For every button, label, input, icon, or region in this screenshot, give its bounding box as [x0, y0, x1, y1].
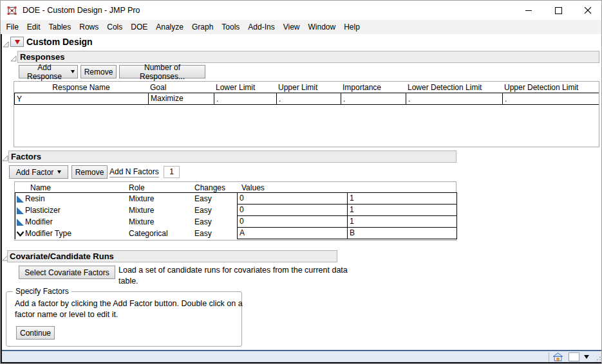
factor-name-cell[interactable]: Modifier	[25, 217, 53, 226]
remove-response-label: Remove	[84, 68, 113, 77]
col-header-upper-limit: Upper Limit	[278, 82, 317, 93]
maximize-button[interactable]	[543, 1, 573, 20]
responses-disclosure-icon[interactable]	[10, 53, 17, 59]
covariate-section-header[interactable]: Covariate/Candidate Runs	[7, 250, 337, 262]
status-separator	[549, 352, 549, 362]
covariate-description: Load a set of candidate runs for covaria…	[118, 265, 348, 286]
custom-design-disclosure-icon[interactable]	[3, 39, 9, 45]
menu-item-help[interactable]: Help	[340, 20, 364, 34]
factor-low-value-cell[interactable]: 0	[237, 204, 348, 216]
continuous-factor-icon	[16, 206, 24, 217]
upper-detection-limit-cell[interactable]: .	[505, 95, 507, 104]
col-header-lower-detection-limit: Lower Detection Limit	[408, 82, 482, 93]
add-n-factors-input[interactable]: 1	[164, 166, 180, 178]
menu-bar: File Edit Tables Rows Cols DOE Analyze G…	[1, 20, 602, 34]
close-button[interactable]	[573, 1, 602, 20]
goal-cell[interactable]: Maximize	[148, 93, 214, 105]
menu-item-file[interactable]: File	[2, 20, 23, 34]
menu-item-doe[interactable]: DOE	[127, 20, 152, 34]
factors-disclosure-icon[interactable]	[2, 152, 8, 159]
number-of-responses-button[interactable]: Number of Responses...	[119, 65, 205, 78]
continue-button[interactable]: Continue	[16, 326, 55, 340]
continue-label: Continue	[20, 329, 51, 338]
factor-low-value-cell[interactable]: A	[237, 227, 348, 239]
menu-item-tools[interactable]: Tools	[218, 20, 244, 34]
responses-section-header[interactable]: Responses	[17, 51, 599, 63]
col-header-values: Values	[241, 183, 265, 193]
remove-response-button[interactable]: Remove	[80, 65, 117, 78]
row-bottom-border	[14, 104, 599, 105]
factor-changes-cell[interactable]: Easy	[194, 194, 212, 203]
factor-high-value-cell[interactable]: 1	[347, 204, 457, 216]
factor-role-cell[interactable]: Mixture	[129, 194, 154, 203]
row-left-border	[14, 93, 15, 105]
specify-factors-instruction-line1: Add a factor by clicking the Add Factor …	[15, 298, 243, 310]
title-bar: DOE - Custom Design - JMP Pro	[1, 1, 602, 20]
add-response-button[interactable]: Add Response	[19, 65, 78, 78]
cell-divider	[276, 93, 277, 104]
chevron-down-icon	[57, 170, 61, 174]
lower-detection-limit-cell[interactable]: .	[408, 95, 410, 104]
jmp-window: DOE - Custom Design - JMP Pro File Edit …	[0, 0, 602, 364]
continuous-factor-icon	[16, 217, 24, 229]
status-dropdown-icon[interactable]	[584, 355, 589, 359]
response-name-cell[interactable]: Y	[17, 95, 22, 104]
status-bar	[1, 350, 602, 362]
covariate-description-line2: table.	[118, 276, 348, 287]
red-triangle-icon	[15, 40, 20, 44]
maximize-icon	[555, 7, 562, 14]
menu-item-edit[interactable]: Edit	[23, 20, 44, 34]
factor-high-value-cell[interactable]: 1	[347, 215, 457, 228]
col-header-importance: Importance	[343, 82, 381, 93]
menu-item-addins[interactable]: Add-Ins	[244, 20, 279, 34]
menu-item-cols[interactable]: Cols	[103, 20, 127, 34]
minimize-button[interactable]	[514, 1, 543, 20]
menu-item-view[interactable]: View	[279, 20, 304, 34]
header-separator-line	[14, 93, 599, 93]
col-header-name: Name	[30, 183, 51, 193]
continuous-factor-icon	[16, 194, 24, 206]
factor-changes-cell[interactable]: Easy	[194, 206, 212, 215]
col-header-lower-limit: Lower Limit	[216, 82, 255, 93]
factor-name-cell[interactable]: Modifier Type	[25, 229, 71, 238]
menu-item-analyze[interactable]: Analyze	[152, 20, 188, 34]
factors-section-header[interactable]: Factors	[8, 150, 456, 163]
factor-name-cell[interactable]: Resin	[25, 194, 45, 203]
lower-limit-cell[interactable]: .	[216, 95, 218, 104]
menu-item-tables[interactable]: Tables	[44, 20, 75, 34]
col-header-goal: Goal	[150, 82, 166, 93]
col-header-response-name: Response Name	[14, 82, 148, 93]
add-factor-label: Add Factor	[16, 168, 54, 177]
factor-role-cell[interactable]: Mixture	[129, 217, 154, 226]
menu-item-graph[interactable]: Graph	[187, 20, 217, 34]
col-header-role: Role	[129, 183, 145, 193]
factor-role-cell[interactable]: Mixture	[129, 206, 154, 215]
red-triangle-menu-button[interactable]	[10, 37, 24, 47]
specify-factors-group: Specify Factors Add a factor by clicking…	[6, 291, 242, 347]
responses-table: Response Name Goal Lower Limit Upper Lim…	[14, 81, 599, 147]
factor-high-value-cell[interactable]: 1	[347, 192, 457, 205]
importance-cell[interactable]: .	[343, 95, 345, 104]
factor-low-value-cell[interactable]: 0	[237, 215, 348, 228]
select-covariate-factors-label: Select Covariate Factors	[24, 268, 109, 277]
factor-high-value-cell[interactable]: B	[347, 227, 457, 239]
rows-left-border	[15, 192, 15, 239]
desktop-sliver	[1, 34, 2, 362]
upper-limit-cell[interactable]: .	[279, 95, 281, 104]
select-covariate-factors-button[interactable]: Select Covariate Factors	[19, 266, 115, 279]
categorical-factor-icon	[16, 229, 24, 241]
factor-changes-cell[interactable]: Easy	[194, 217, 212, 226]
factor-role-cell[interactable]: Categorical	[129, 229, 168, 238]
add-factor-button[interactable]: Add Factor	[9, 165, 68, 179]
menu-item-rows[interactable]: Rows	[75, 20, 103, 34]
remove-factor-button[interactable]: Remove	[71, 165, 108, 179]
status-toggle-box[interactable]	[569, 352, 579, 361]
close-icon	[585, 7, 592, 14]
window-title: DOE - Custom Design - JMP Pro	[23, 1, 140, 20]
menu-item-window[interactable]: Window	[304, 20, 340, 34]
factor-name-cell[interactable]: Plasticizer	[25, 206, 61, 215]
number-of-responses-label: Number of Responses...	[122, 63, 202, 81]
factor-changes-cell[interactable]: Easy	[194, 229, 212, 238]
factors-table: Name Role Changes Values Resin Mixture E…	[14, 181, 456, 241]
factor-low-value-cell[interactable]: 0	[237, 192, 348, 205]
